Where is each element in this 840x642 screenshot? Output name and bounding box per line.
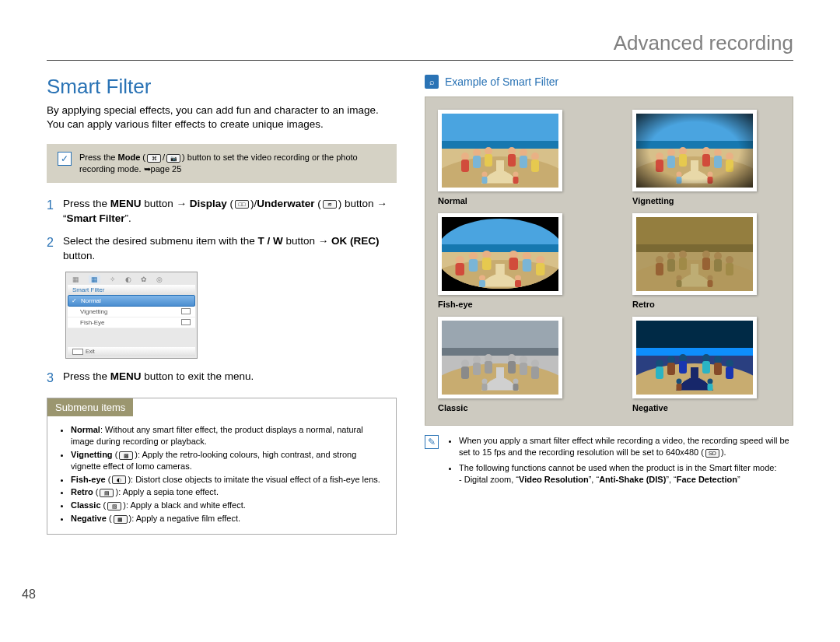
svg-point-9 [485,147,492,155]
svg-rect-117 [667,363,675,375]
thumb-image [438,317,562,398]
submenu-item-negative: Negative (▦): Apply a negative film effe… [71,513,385,524]
thumb-image [632,110,757,191]
svg-point-11 [508,147,516,155]
underwater-icon: ≋ [323,200,337,209]
svg-rect-12 [508,154,516,167]
svg-rect-4 [496,160,504,171]
svg-point-17 [482,172,488,177]
thumb-negative: Negative [632,317,780,412]
mode-note-text: Press the Mode (⌘/📷) button to set the v… [79,152,386,175]
example-box: Normal [425,96,793,426]
osd-item-fisheye: Fish-Eye [68,317,195,328]
magnifier-icon: ⌕ [425,75,439,89]
submenu-item-retro: Retro (▤): Apply a sepia tone effect. [71,486,385,498]
svg-point-97 [485,354,492,362]
thumb-label: Classic [438,403,586,412]
step-3: 3 Press the MENU button to exit the menu… [47,370,397,387]
info-icon: ✎ [425,435,439,449]
svg-rect-6 [461,160,469,172]
svg-point-103 [531,360,539,367]
osd-item-normal: ✓ Normal [68,295,195,307]
svg-point-19 [513,172,519,177]
svg-point-13 [520,149,527,156]
notes: ✎ When you apply a smart filter effect w… [425,435,793,489]
svg-point-126 [677,379,682,384]
retro-icon: ▤ [100,489,114,497]
svg-rect-51 [456,263,465,275]
check-icon: ✓ [72,297,77,304]
svg-rect-55 [482,258,492,270]
display-icon: □□ [235,200,249,209]
svg-point-7 [473,149,481,156]
svg-point-56 [509,251,519,258]
svg-rect-113 [691,367,698,378]
svg-point-50 [456,256,465,264]
svg-rect-59 [523,259,532,272]
section-title: Smart Filter [47,75,397,99]
svg-rect-61 [536,263,545,275]
thumb-classic: Classic [438,317,586,412]
page-header: Advanced recording [47,31,793,61]
svg-point-58 [523,252,532,260]
svg-rect-20 [513,177,519,184]
page-number: 48 [22,588,36,602]
svg-rect-65 [515,280,521,287]
svg-point-120 [702,354,710,362]
osd-title: Smart Filter [68,285,195,295]
svg-point-114 [656,360,663,367]
svg-rect-104 [531,367,539,379]
svg-point-54 [482,251,492,258]
note-2: The following functions cannot be used w… [459,462,793,486]
svg-point-15 [531,153,539,160]
svg-point-95 [473,356,481,363]
svg-rect-119 [679,361,687,374]
video-mode-icon: ⌘ [147,154,161,163]
osd-tab-icon: ◎ [156,275,163,283]
osd-tab-icon: ▦ [72,275,79,283]
photo-mode-icon: 📷 [166,154,180,163]
svg-rect-87 [636,217,753,291]
steps-list: 1 Press the MENU button → Display (□□)/U… [47,197,397,387]
thumb-fish-eye: Fish-eye [438,213,586,309]
svg-rect-115 [656,367,663,379]
svg-rect-42 [636,114,753,188]
svg-point-105 [482,379,488,384]
submenu-box: Submenu items Normal: Without any smart … [47,398,397,535]
osd-tab-icon: ◐ [125,275,131,283]
svg-point-107 [513,379,519,384]
thumb-normal: Normal [438,110,586,205]
osd-item-vignetting: Vignetting [68,307,195,317]
fisheye-icon: ◐ [112,475,126,484]
sd-icon: SD [705,449,719,458]
filter-icon [181,319,191,325]
submenu-list: Normal: Without any smart filter effect,… [58,424,385,524]
svg-point-128 [708,379,713,384]
svg-rect-129 [708,384,713,391]
header-title: Advanced recording [614,31,793,54]
svg-point-64 [515,275,521,281]
thumb-image [438,213,562,295]
svg-point-62 [479,275,485,281]
svg-rect-98 [485,361,492,374]
submenu-item-classic: Classic (▧): Apply a black and white eff… [71,500,385,511]
svg-rect-92 [496,367,504,378]
thumb-label: Retro [632,300,780,309]
negative-icon: ▦ [114,515,128,524]
submenu-item-normal: Normal: Without any smart filter effect,… [71,424,385,447]
thumb-image [632,317,757,398]
svg-rect-63 [479,280,485,287]
osd-exit: Exit [68,347,195,356]
svg-rect-125 [726,367,733,379]
submenu-header: Submenu items [47,398,133,416]
svg-rect-49 [495,264,505,275]
thumb-label: Vignetting [632,196,780,205]
thumb-image [632,213,757,295]
svg-rect-8 [473,156,481,168]
svg-point-52 [469,252,478,260]
filter-icon [181,308,191,314]
mode-note: ✓ Press the Mode (⌘/📷) button to set the… [47,144,397,183]
step-1: 1 Press the MENU button → Display (□□)/U… [47,197,397,226]
step-2: 2 Select the desired submenu item with t… [47,234,397,264]
svg-rect-100 [508,361,516,374]
